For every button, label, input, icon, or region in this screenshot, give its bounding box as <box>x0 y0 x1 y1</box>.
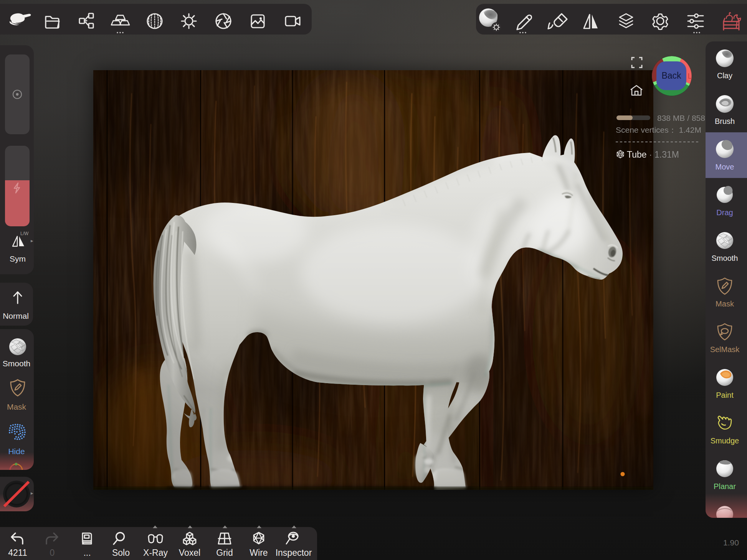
svg-text:L: L <box>688 72 692 80</box>
svg-text:Back: Back <box>661 71 681 81</box>
